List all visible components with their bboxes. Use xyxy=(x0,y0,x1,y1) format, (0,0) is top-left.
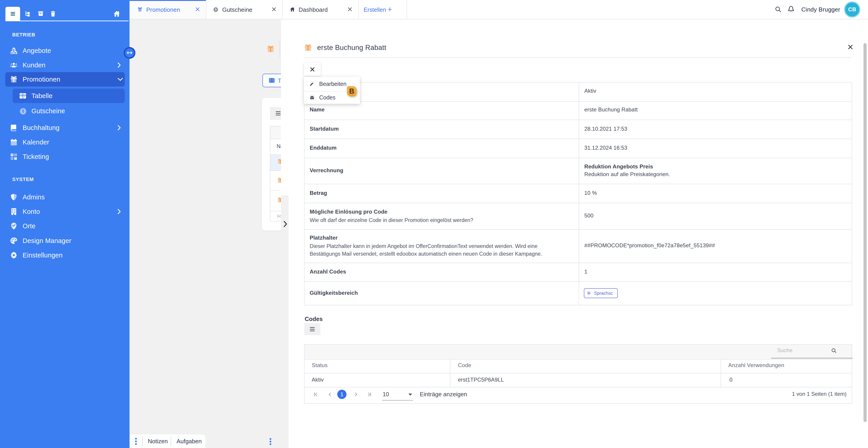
svg-text:$: $ xyxy=(22,109,24,114)
svg-text:$: $ xyxy=(215,8,217,11)
